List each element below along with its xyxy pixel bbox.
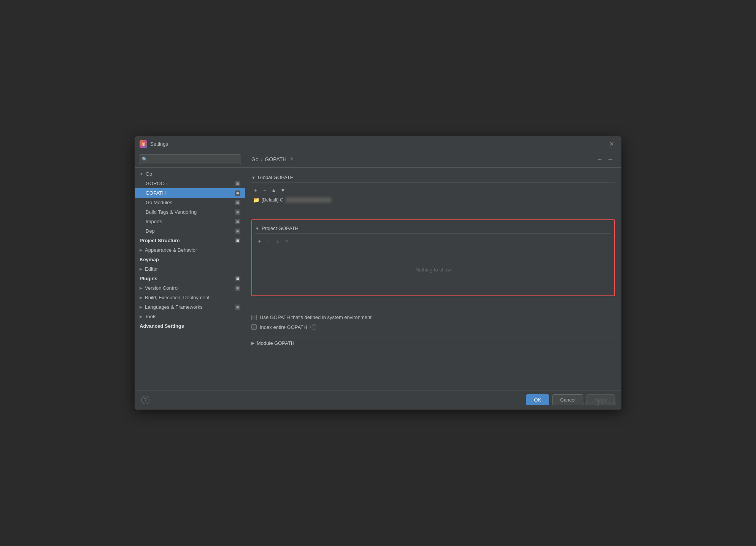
- footer-left: ?: [141, 396, 149, 404]
- sidebar-item-versioncontrol-label: Version Control: [145, 285, 179, 291]
- option-index-gopath-row: Index entire GOPATH ?: [251, 324, 615, 330]
- sidebar-item-editor-label: Editor: [145, 266, 158, 272]
- sidebar-item-editor[interactable]: ▶ Editor: [135, 264, 245, 274]
- content-body: ▼ Global GOPATH + − ▲ ▼ 📁 [Default] C: [245, 168, 621, 390]
- versioncontrol-settings-icon: ⊞: [235, 286, 240, 291]
- languages-settings-icon: ⊞: [235, 305, 240, 310]
- close-button[interactable]: ✕: [607, 140, 616, 148]
- breadcrumb: Go › GOPATH ✎: [251, 156, 294, 162]
- ok-button[interactable]: OK: [526, 394, 549, 405]
- cancel-button[interactable]: Cancel: [552, 394, 583, 405]
- buildtags-settings-icon: ⊞: [235, 210, 240, 215]
- sidebar-item-buildtags[interactable]: Build Tags & Vendoring ⊞: [135, 207, 245, 217]
- use-system-gopath-checkbox[interactable]: [251, 315, 257, 320]
- project-remove-button[interactable]: −: [264, 237, 273, 245]
- help-button-label: ?: [144, 397, 146, 403]
- sidebar-item-languages[interactable]: ▶ Languages & Frameworks ⊞: [135, 302, 245, 312]
- sidebar-item-gomodules[interactable]: Go Modules ⊞: [135, 198, 245, 207]
- nav-back-button[interactable]: ←: [595, 155, 604, 163]
- project-gopath-section: ▼ Project GOPATH + − ▲ ▼ Nothing to show: [251, 219, 615, 296]
- languages-arrow-icon: ▶: [140, 305, 143, 309]
- index-entire-gopath-checkbox[interactable]: [251, 324, 257, 330]
- global-add-button[interactable]: +: [251, 186, 260, 194]
- project-down-button[interactable]: ▼: [283, 237, 291, 245]
- project-gopath-arrow-icon: ▼: [255, 226, 259, 231]
- sidebar-item-dep[interactable]: Dep ⊞: [135, 226, 245, 236]
- sidebar-item-languages-label: Languages & Frameworks: [145, 304, 203, 310]
- help-tooltip-icon[interactable]: ?: [310, 324, 316, 330]
- sidebar-item-plugins-label: Plugins: [140, 276, 157, 281]
- sidebar-item-advanced-label: Advanced Settings: [140, 323, 184, 329]
- sidebar-item-build[interactable]: ▶ Build, Execution, Deployment: [135, 293, 245, 302]
- project-gopath-label: Project GOPATH: [262, 225, 299, 231]
- breadcrumb-current: GOPATH: [265, 156, 286, 162]
- content-area: Go › GOPATH ✎ ← → ▼: [245, 151, 621, 390]
- help-button[interactable]: ?: [141, 396, 149, 404]
- title-bar: 🐹 Settings ✕: [135, 137, 621, 151]
- nothing-to-show-text: Nothing to show: [415, 267, 451, 273]
- dep-settings-icon: ⊞: [235, 229, 240, 234]
- folder-icon: 📁: [253, 197, 259, 203]
- sidebar-item-keymap[interactable]: Keymap: [135, 255, 245, 264]
- global-gopath-section: ▼ Global GOPATH + − ▲ ▼ 📁 [Default] C: [251, 172, 615, 204]
- sidebar-item-imports-label: Imports: [146, 219, 162, 224]
- global-gopath-header[interactable]: ▼ Global GOPATH: [251, 172, 615, 183]
- global-gopath-arrow-icon: ▼: [251, 175, 256, 180]
- module-gopath-label: Module GOPATH: [257, 340, 294, 346]
- sidebar-item-build-label: Build, Execution, Deployment: [145, 295, 210, 300]
- nav-tree: ▼ Go GOROOT ⊞ GOPATH ⊞ Go Mod: [135, 168, 245, 390]
- nav-forward-button[interactable]: →: [606, 155, 615, 163]
- nav-arrows: ← →: [595, 155, 615, 163]
- sidebar-item-dep-label: Dep: [146, 228, 155, 234]
- tools-arrow-icon: ▶: [140, 314, 143, 319]
- go-arrow-icon: ▼: [140, 172, 143, 176]
- global-up-button[interactable]: ▲: [270, 186, 278, 194]
- default-path-label: [Default] C: [262, 197, 283, 203]
- sidebar-item-projectstructure[interactable]: Project Structure ⊞: [135, 236, 245, 245]
- sidebar-item-appearance[interactable]: ▶ Appearance & Behavior: [135, 245, 245, 255]
- spacer: [251, 209, 615, 215]
- gomodules-settings-icon: ⊞: [235, 200, 240, 205]
- project-add-button[interactable]: +: [255, 237, 264, 245]
- sidebar-item-goroot-label: GOROOT: [146, 181, 168, 186]
- sidebar-item-goroot[interactable]: GOROOT ⊞: [135, 179, 245, 188]
- sidebar-item-imports[interactable]: Imports ⊞: [135, 217, 245, 226]
- options-section: Use GOPATH that's defined in system envi…: [251, 311, 615, 333]
- project-gopath-header[interactable]: ▼ Project GOPATH: [255, 223, 611, 234]
- index-entire-gopath-label: Index entire GOPATH: [260, 324, 307, 330]
- module-gopath-section[interactable]: ▶ Module GOPATH: [251, 338, 615, 348]
- sidebar-item-advanced[interactable]: Advanced Settings: [135, 321, 245, 331]
- sidebar-item-gomodules-label: Go Modules: [146, 200, 172, 205]
- sidebar-item-keymap-label: Keymap: [140, 257, 159, 262]
- app-icon: 🐹: [140, 140, 147, 148]
- sidebar-item-versioncontrol[interactable]: ▶ Version Control ⊞: [135, 283, 245, 293]
- sidebar-item-go[interactable]: ▼ Go: [135, 169, 245, 179]
- plugins-settings-icon: ⊞: [235, 276, 240, 281]
- global-gopath-toolbar: + − ▲ ▼: [251, 184, 615, 196]
- content-header: Go › GOPATH ✎ ← →: [245, 151, 621, 168]
- breadcrumb-separator: ›: [261, 156, 263, 162]
- appearance-arrow-icon: ▶: [140, 248, 143, 252]
- global-gopath-label: Global GOPATH: [258, 175, 294, 180]
- search-input[interactable]: [139, 154, 241, 164]
- sidebar-item-plugins[interactable]: Plugins ⊞: [135, 274, 245, 283]
- global-down-button[interactable]: ▼: [279, 186, 287, 194]
- dialog-body: 🔍 ▼ Go GOROOT ⊞: [135, 151, 621, 390]
- edit-icon[interactable]: ✎: [290, 157, 294, 162]
- goroot-settings-icon: ⊞: [235, 181, 240, 186]
- cancel-label: Cancel: [560, 397, 575, 403]
- projectstructure-settings-icon: ⊞: [235, 238, 240, 243]
- sidebar-item-go-label: Go: [146, 171, 152, 177]
- global-gopath-entry[interactable]: 📁 [Default] C: [251, 196, 615, 204]
- sidebar-item-tools[interactable]: ▶ Tools: [135, 312, 245, 321]
- gopath-settings-icon: ⊞: [235, 190, 240, 196]
- project-gopath-toolbar: + − ▲ ▼: [255, 235, 611, 247]
- imports-settings-icon: ⊞: [235, 219, 240, 224]
- module-gopath-arrow-icon: ▶: [251, 341, 254, 346]
- global-remove-button[interactable]: −: [260, 186, 269, 194]
- breadcrumb-parent: Go: [251, 156, 259, 162]
- search-icon: 🔍: [142, 157, 148, 162]
- project-up-button[interactable]: ▲: [273, 237, 282, 245]
- dialog-footer: ? OK Cancel Apply: [135, 390, 621, 409]
- sidebar-item-gopath[interactable]: GOPATH ⊞: [135, 188, 245, 198]
